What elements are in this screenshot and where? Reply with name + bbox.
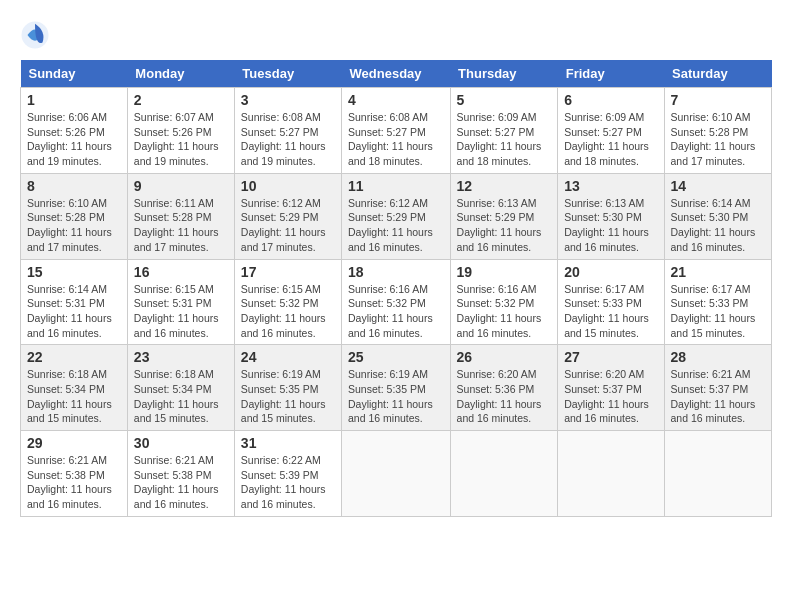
day-number: 1	[27, 92, 121, 108]
header-wednesday: Wednesday	[342, 60, 451, 88]
header-monday: Monday	[127, 60, 234, 88]
day-info: Sunrise: 6:08 AMSunset: 5:27 PMDaylight:…	[348, 110, 444, 169]
day-info: Sunrise: 6:12 AMSunset: 5:29 PMDaylight:…	[241, 196, 335, 255]
day-cell: 2Sunrise: 6:07 AMSunset: 5:26 PMDaylight…	[127, 88, 234, 174]
day-info: Sunrise: 6:13 AMSunset: 5:29 PMDaylight:…	[457, 196, 552, 255]
day-info: Sunrise: 6:09 AMSunset: 5:27 PMDaylight:…	[564, 110, 657, 169]
day-info: Sunrise: 6:17 AMSunset: 5:33 PMDaylight:…	[671, 282, 765, 341]
day-info: Sunrise: 6:21 AMSunset: 5:37 PMDaylight:…	[671, 367, 765, 426]
day-cell: 3Sunrise: 6:08 AMSunset: 5:27 PMDaylight…	[234, 88, 341, 174]
day-number: 30	[134, 435, 228, 451]
day-info: Sunrise: 6:10 AMSunset: 5:28 PMDaylight:…	[671, 110, 765, 169]
day-cell	[342, 431, 451, 517]
day-info: Sunrise: 6:07 AMSunset: 5:26 PMDaylight:…	[134, 110, 228, 169]
day-cell: 26Sunrise: 6:20 AMSunset: 5:36 PMDayligh…	[450, 345, 558, 431]
week-row-1: 1Sunrise: 6:06 AMSunset: 5:26 PMDaylight…	[21, 88, 772, 174]
day-number: 27	[564, 349, 657, 365]
day-info: Sunrise: 6:20 AMSunset: 5:37 PMDaylight:…	[564, 367, 657, 426]
day-cell: 29Sunrise: 6:21 AMSunset: 5:38 PMDayligh…	[21, 431, 128, 517]
day-number: 10	[241, 178, 335, 194]
day-info: Sunrise: 6:10 AMSunset: 5:28 PMDaylight:…	[27, 196, 121, 255]
day-info: Sunrise: 6:15 AMSunset: 5:31 PMDaylight:…	[134, 282, 228, 341]
day-number: 31	[241, 435, 335, 451]
header-row: SundayMondayTuesdayWednesdayThursdayFrid…	[21, 60, 772, 88]
day-number: 9	[134, 178, 228, 194]
day-cell: 18Sunrise: 6:16 AMSunset: 5:32 PMDayligh…	[342, 259, 451, 345]
day-cell	[450, 431, 558, 517]
day-cell: 27Sunrise: 6:20 AMSunset: 5:37 PMDayligh…	[558, 345, 664, 431]
day-cell: 7Sunrise: 6:10 AMSunset: 5:28 PMDaylight…	[664, 88, 771, 174]
day-number: 20	[564, 264, 657, 280]
day-info: Sunrise: 6:18 AMSunset: 5:34 PMDaylight:…	[134, 367, 228, 426]
day-number: 26	[457, 349, 552, 365]
day-info: Sunrise: 6:21 AMSunset: 5:38 PMDaylight:…	[27, 453, 121, 512]
day-info: Sunrise: 6:13 AMSunset: 5:30 PMDaylight:…	[564, 196, 657, 255]
day-info: Sunrise: 6:12 AMSunset: 5:29 PMDaylight:…	[348, 196, 444, 255]
day-cell	[664, 431, 771, 517]
day-info: Sunrise: 6:15 AMSunset: 5:32 PMDaylight:…	[241, 282, 335, 341]
header-thursday: Thursday	[450, 60, 558, 88]
page-header	[20, 20, 772, 50]
day-cell: 22Sunrise: 6:18 AMSunset: 5:34 PMDayligh…	[21, 345, 128, 431]
header-sunday: Sunday	[21, 60, 128, 88]
day-cell: 6Sunrise: 6:09 AMSunset: 5:27 PMDaylight…	[558, 88, 664, 174]
week-row-2: 8Sunrise: 6:10 AMSunset: 5:28 PMDaylight…	[21, 173, 772, 259]
day-cell: 31Sunrise: 6:22 AMSunset: 5:39 PMDayligh…	[234, 431, 341, 517]
day-cell: 9Sunrise: 6:11 AMSunset: 5:28 PMDaylight…	[127, 173, 234, 259]
day-number: 11	[348, 178, 444, 194]
day-cell: 30Sunrise: 6:21 AMSunset: 5:38 PMDayligh…	[127, 431, 234, 517]
day-cell: 10Sunrise: 6:12 AMSunset: 5:29 PMDayligh…	[234, 173, 341, 259]
day-cell: 12Sunrise: 6:13 AMSunset: 5:29 PMDayligh…	[450, 173, 558, 259]
day-info: Sunrise: 6:14 AMSunset: 5:31 PMDaylight:…	[27, 282, 121, 341]
day-number: 2	[134, 92, 228, 108]
day-number: 6	[564, 92, 657, 108]
day-cell: 19Sunrise: 6:16 AMSunset: 5:32 PMDayligh…	[450, 259, 558, 345]
day-number: 19	[457, 264, 552, 280]
calendar: SundayMondayTuesdayWednesdayThursdayFrid…	[20, 60, 772, 517]
day-number: 5	[457, 92, 552, 108]
day-cell: 1Sunrise: 6:06 AMSunset: 5:26 PMDaylight…	[21, 88, 128, 174]
day-number: 12	[457, 178, 552, 194]
calendar-body: 1Sunrise: 6:06 AMSunset: 5:26 PMDaylight…	[21, 88, 772, 517]
day-cell: 23Sunrise: 6:18 AMSunset: 5:34 PMDayligh…	[127, 345, 234, 431]
day-info: Sunrise: 6:16 AMSunset: 5:32 PMDaylight:…	[348, 282, 444, 341]
day-info: Sunrise: 6:09 AMSunset: 5:27 PMDaylight:…	[457, 110, 552, 169]
day-cell	[558, 431, 664, 517]
calendar-header: SundayMondayTuesdayWednesdayThursdayFrid…	[21, 60, 772, 88]
day-number: 25	[348, 349, 444, 365]
logo-icon	[20, 20, 50, 50]
header-saturday: Saturday	[664, 60, 771, 88]
day-number: 7	[671, 92, 765, 108]
day-number: 29	[27, 435, 121, 451]
day-info: Sunrise: 6:17 AMSunset: 5:33 PMDaylight:…	[564, 282, 657, 341]
day-cell: 16Sunrise: 6:15 AMSunset: 5:31 PMDayligh…	[127, 259, 234, 345]
day-number: 4	[348, 92, 444, 108]
header-tuesday: Tuesday	[234, 60, 341, 88]
day-cell: 15Sunrise: 6:14 AMSunset: 5:31 PMDayligh…	[21, 259, 128, 345]
day-number: 3	[241, 92, 335, 108]
day-number: 23	[134, 349, 228, 365]
day-info: Sunrise: 6:14 AMSunset: 5:30 PMDaylight:…	[671, 196, 765, 255]
day-number: 22	[27, 349, 121, 365]
day-number: 8	[27, 178, 121, 194]
day-cell: 20Sunrise: 6:17 AMSunset: 5:33 PMDayligh…	[558, 259, 664, 345]
day-info: Sunrise: 6:19 AMSunset: 5:35 PMDaylight:…	[241, 367, 335, 426]
day-number: 28	[671, 349, 765, 365]
day-cell: 13Sunrise: 6:13 AMSunset: 5:30 PMDayligh…	[558, 173, 664, 259]
day-number: 18	[348, 264, 444, 280]
header-friday: Friday	[558, 60, 664, 88]
day-cell: 24Sunrise: 6:19 AMSunset: 5:35 PMDayligh…	[234, 345, 341, 431]
day-cell: 14Sunrise: 6:14 AMSunset: 5:30 PMDayligh…	[664, 173, 771, 259]
day-info: Sunrise: 6:08 AMSunset: 5:27 PMDaylight:…	[241, 110, 335, 169]
day-number: 21	[671, 264, 765, 280]
day-cell: 17Sunrise: 6:15 AMSunset: 5:32 PMDayligh…	[234, 259, 341, 345]
logo	[20, 20, 54, 50]
day-number: 15	[27, 264, 121, 280]
day-number: 16	[134, 264, 228, 280]
day-number: 13	[564, 178, 657, 194]
day-cell: 28Sunrise: 6:21 AMSunset: 5:37 PMDayligh…	[664, 345, 771, 431]
day-info: Sunrise: 6:20 AMSunset: 5:36 PMDaylight:…	[457, 367, 552, 426]
day-info: Sunrise: 6:22 AMSunset: 5:39 PMDaylight:…	[241, 453, 335, 512]
day-number: 24	[241, 349, 335, 365]
day-cell: 8Sunrise: 6:10 AMSunset: 5:28 PMDaylight…	[21, 173, 128, 259]
